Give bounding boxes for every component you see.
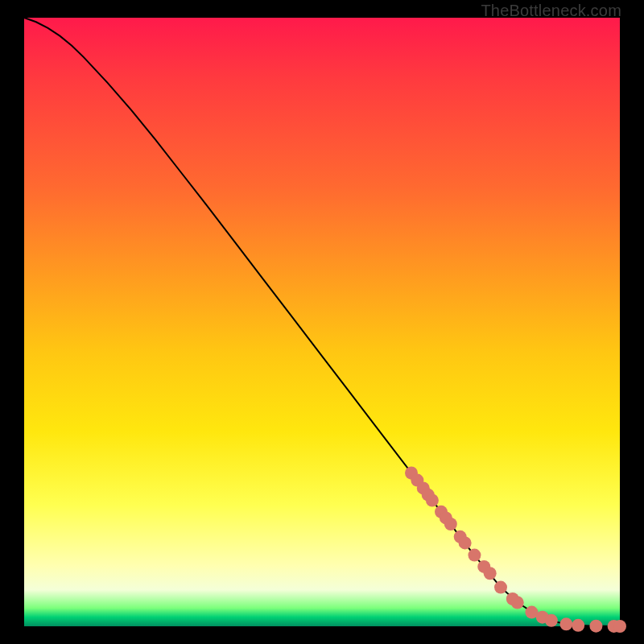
marker-point xyxy=(511,597,524,609)
marker-point xyxy=(468,549,481,562)
marker-point xyxy=(444,518,457,530)
chart-stage: TheBottleneck.com xyxy=(0,0,644,644)
marker-group xyxy=(405,466,626,633)
marker-point xyxy=(613,620,626,633)
curve-line xyxy=(24,18,620,626)
marker-point xyxy=(494,581,507,594)
marker-point xyxy=(589,620,602,633)
marker-point xyxy=(484,567,497,580)
marker-point xyxy=(545,614,558,627)
marker-point xyxy=(459,536,472,549)
marker-point xyxy=(426,494,439,507)
marker-point xyxy=(559,617,572,630)
marker-point xyxy=(572,619,584,632)
chart-overlay xyxy=(24,18,620,626)
